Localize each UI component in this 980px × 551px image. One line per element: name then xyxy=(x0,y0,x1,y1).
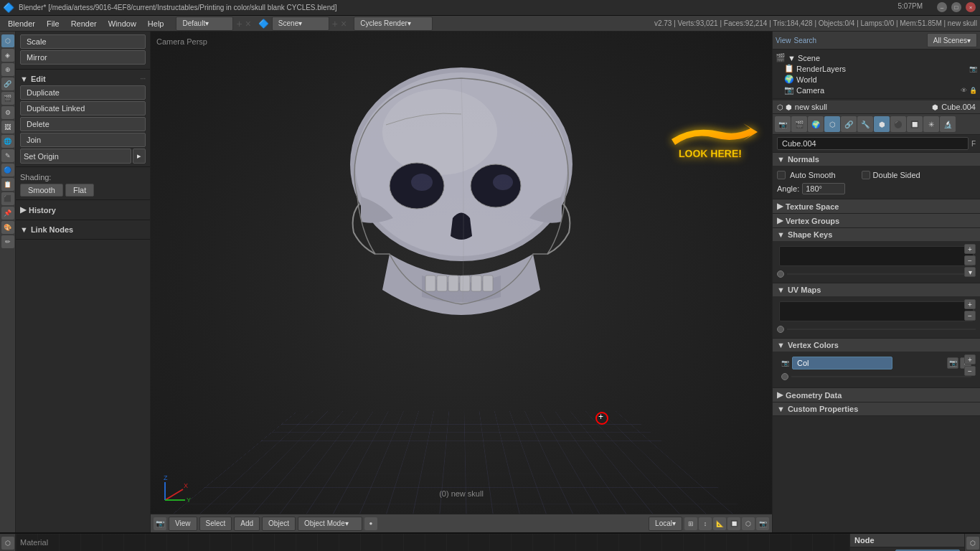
edit-section-header[interactable]: ▼ Edit ··· xyxy=(20,72,146,85)
scale-button[interactable]: Scale xyxy=(20,34,146,49)
duplicate-linked-button[interactable]: Duplicate Linked xyxy=(20,101,146,116)
viewport-icon-4[interactable]: 🔲 xyxy=(727,517,740,530)
tool-icon-2[interactable]: ◈ xyxy=(1,49,14,62)
custom-properties-header[interactable]: ▼ Custom Properties xyxy=(773,402,980,415)
viewport-view-btn[interactable]: View xyxy=(169,517,197,531)
layout-selector[interactable]: Default ▾ xyxy=(176,17,233,31)
search-link[interactable]: Search xyxy=(794,37,817,44)
vc-remove[interactable]: − xyxy=(964,366,976,376)
tool-icon-5[interactable]: 🎬 xyxy=(1,92,14,105)
vertex-colors-header[interactable]: ▼ Vertex Colors xyxy=(773,339,980,352)
prop-icon-particles[interactable]: ✳ xyxy=(923,116,939,132)
viewport-add-btn[interactable]: Add xyxy=(234,517,260,531)
join-button[interactable]: Join xyxy=(20,133,146,147)
menu-render[interactable]: Render xyxy=(66,18,102,29)
scene-tree-item-world[interactable]: 🌍 World xyxy=(784,74,977,85)
tool-icon-7[interactable]: 🖼 xyxy=(1,121,14,133)
all-scenes-selector[interactable]: All Scenes ▾ xyxy=(927,33,977,47)
history-header[interactable]: ▶ History xyxy=(20,203,146,217)
uv-map-add[interactable]: + xyxy=(964,299,976,309)
duplicate-button[interactable]: Duplicate xyxy=(20,85,146,100)
tool-icon-1[interactable]: ⬡ xyxy=(1,34,14,47)
viewport-object-btn[interactable]: Object xyxy=(262,517,296,531)
tool-icon-15[interactable]: ✏ xyxy=(1,235,14,248)
viewport-icon-3[interactable]: 📐 xyxy=(713,517,726,530)
shape-key-down[interactable]: ▾ xyxy=(964,267,976,277)
tool-icon-13[interactable]: 📌 xyxy=(1,207,14,220)
minimize-button[interactable]: – xyxy=(937,2,947,12)
auto-smooth-checkbox[interactable] xyxy=(777,171,786,179)
delete-button[interactable]: Delete xyxy=(20,117,146,131)
viewport-icon-6[interactable]: 📷 xyxy=(756,517,769,530)
tool-icon-3[interactable]: ⊕ xyxy=(1,63,14,76)
normals-header[interactable]: ▼ Normals xyxy=(773,153,980,166)
svg-rect-11 xyxy=(448,276,458,291)
viewport-select-btn[interactable]: Select xyxy=(199,517,232,531)
tool-icon-12[interactable]: ⬛ xyxy=(1,192,14,205)
menu-blender[interactable]: Blender xyxy=(3,18,40,29)
set-origin-arrow[interactable]: ▸ xyxy=(133,149,146,164)
prop-icon-world[interactable]: 🌍 xyxy=(808,116,824,132)
maximize-button[interactable]: □ xyxy=(951,2,961,12)
vc-slider[interactable] xyxy=(791,376,971,377)
viewport-icon-5[interactable]: ⬡ xyxy=(742,517,755,530)
prop-icon-render[interactable]: 📷 xyxy=(775,116,791,132)
texture-space-header[interactable]: ▶ Texture Space xyxy=(773,199,980,213)
angle-field[interactable] xyxy=(802,183,845,194)
geometry-data-header[interactable]: ▶ Geometry Data xyxy=(773,388,980,402)
local-selector[interactable]: Local ▾ xyxy=(649,517,682,531)
shape-key-remove[interactable]: − xyxy=(964,255,976,265)
prop-icon-modifiers[interactable]: 🔧 xyxy=(857,116,873,132)
view-link[interactable]: View xyxy=(776,37,791,44)
node-editor[interactable]: Material ▷ Attribute Color Vector xyxy=(16,534,849,551)
menu-help[interactable]: Help xyxy=(143,18,169,29)
vertex-groups-header[interactable]: ▶ Vertex Groups xyxy=(773,214,980,227)
mirror-button[interactable]: Mirror xyxy=(20,50,146,65)
double-sided-checkbox[interactable] xyxy=(862,171,870,179)
shape-key-add[interactable]: + xyxy=(964,244,976,254)
shape-keys-header[interactable]: ▼ Shape Keys xyxy=(773,228,980,241)
uv-map-slider[interactable] xyxy=(787,329,976,330)
uv-maps-header[interactable]: ▼ UV Maps xyxy=(773,283,980,296)
prop-icon-material[interactable]: ⚫ xyxy=(890,116,906,132)
prop-icon-texture[interactable]: 🔲 xyxy=(907,116,923,132)
vc-add[interactable]: + xyxy=(964,354,976,364)
close-button[interactable]: × xyxy=(966,2,976,12)
vertex-color-name-field[interactable] xyxy=(792,357,892,369)
prop-icon-physics[interactable]: 🔬 xyxy=(940,116,956,132)
smooth-button[interactable]: Smooth xyxy=(20,184,63,197)
right-icon-1[interactable]: ⬡ xyxy=(966,537,979,550)
tool-icon-6[interactable]: ⚙ xyxy=(1,106,14,119)
tool-icon-11[interactable]: 📋 xyxy=(1,178,14,191)
prop-icon-scene[interactable]: 🎬 xyxy=(791,116,807,132)
menu-window[interactable]: Window xyxy=(103,18,141,29)
set-origin-button[interactable]: Set Origin xyxy=(20,149,131,164)
engine-selector[interactable]: Cycles Render ▾ xyxy=(354,17,433,31)
vertex-color-camera-icon[interactable]: 📷 xyxy=(947,357,958,369)
prop-icon-mesh[interactable]: ⬢ xyxy=(874,116,890,132)
scene-tree-item-renderlayers[interactable]: 📋 RenderLayers 📷 xyxy=(784,63,977,74)
tool-icon-10[interactable]: 🔵 xyxy=(1,164,14,176)
node-icon-1[interactable]: ⬡ xyxy=(1,537,14,550)
object-name-field[interactable] xyxy=(777,137,969,150)
viewport-icon-2[interactable]: ↕ xyxy=(699,517,712,530)
prop-icon-object[interactable]: ⬡ xyxy=(824,116,840,132)
link-nodes-header[interactable]: ▼ Link Nodes xyxy=(20,223,146,236)
mode-selector[interactable]: Object Mode ▾ xyxy=(298,517,362,531)
tool-icon-8[interactable]: 🌐 xyxy=(1,135,14,148)
prop-icon-constraints[interactable]: 🔗 xyxy=(841,116,857,132)
tool-icon-9[interactable]: ✎ xyxy=(1,149,14,162)
tool-icon-4[interactable]: 🔗 xyxy=(1,77,14,90)
shape-key-slider[interactable] xyxy=(787,273,976,275)
scene-selector[interactable]: Scene ▾ xyxy=(272,17,329,31)
viewport-type-icon[interactable]: 📷 xyxy=(154,517,166,530)
tool-icon-14[interactable]: 🎨 xyxy=(1,221,14,234)
scene-tree-item-scene[interactable]: 🎬 ▼ Scene xyxy=(776,52,977,63)
menu-file[interactable]: File xyxy=(42,18,65,29)
viewport[interactable]: Camera Persp (0) new skull X Z Y xyxy=(151,32,772,532)
uv-map-remove[interactable]: − xyxy=(964,311,976,321)
global-local-toggle[interactable]: ● xyxy=(364,517,377,530)
scene-tree-item-camera[interactable]: 📷 Camera 👁 🔒 xyxy=(784,85,977,95)
flat-button[interactable]: Flat xyxy=(65,184,94,197)
viewport-icon-1[interactable]: ⊞ xyxy=(684,517,697,530)
